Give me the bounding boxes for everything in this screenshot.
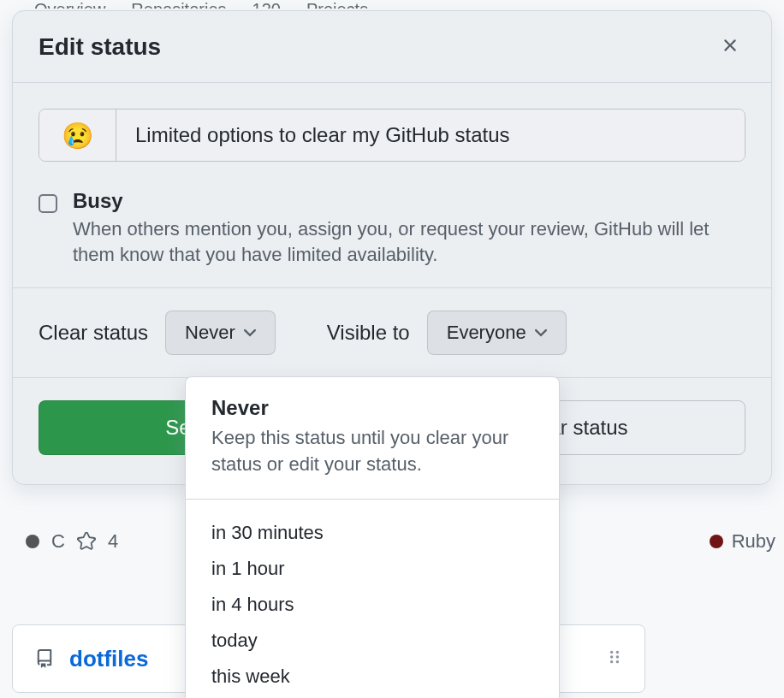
popover-selected-title: Never [211, 396, 533, 420]
modal-header: Edit status [13, 11, 771, 83]
popover-option-4hours[interactable]: in 4 hours [186, 587, 559, 623]
busy-description: When others mention you, assign you, or … [73, 216, 745, 267]
language-row-left: C 4 [26, 530, 118, 553]
clear-status-selected: Never [185, 322, 235, 344]
svg-point-0 [610, 651, 613, 654]
visible-to-label: Visible to [327, 321, 410, 345]
status-text-input[interactable] [116, 109, 745, 161]
popover-option-1hour[interactable]: in 1 hour [186, 551, 559, 587]
svg-point-4 [610, 660, 613, 663]
chevron-down-icon [244, 328, 256, 337]
language-dot-ruby [710, 535, 723, 548]
nav-repo-count: 120 [252, 0, 281, 9]
visible-to-selected: Everyone [447, 322, 526, 344]
nav-repositories: Repositories [131, 0, 226, 9]
repo-icon [35, 649, 54, 668]
star-count: 4 [108, 530, 118, 553]
popover-selected-desc: Keep this status until you clear your st… [211, 425, 533, 478]
status-input-row: 😢 [39, 109, 745, 162]
emoji-picker-button[interactable]: 😢 [39, 109, 116, 161]
close-button[interactable] [715, 30, 745, 63]
busy-label: Busy [73, 189, 745, 213]
busy-checkbox[interactable] [39, 194, 57, 213]
svg-point-1 [616, 651, 619, 654]
nav-projects: Projects [306, 0, 368, 9]
drag-handle-icon[interactable] [607, 649, 622, 668]
repo-name[interactable]: dotfiles [69, 646, 148, 672]
close-icon [720, 35, 740, 56]
popover-options-list: in 30 minutes in 1 hour in 4 hours today… [186, 500, 559, 698]
busy-row: Busy When others mention you, assign you… [39, 189, 745, 267]
modal-body: 😢 Busy When others mention you, assign y… [13, 83, 771, 288]
clear-status-popover: Never Keep this status until you clear y… [185, 376, 560, 698]
language-c-label: C [51, 530, 65, 553]
star-icon [77, 532, 96, 551]
language-row-right: Ruby [710, 530, 775, 553]
background-nav: Overview Repositories 120 Projects [0, 0, 784, 9]
nav-overview: Overview [34, 0, 105, 9]
svg-point-5 [616, 660, 619, 663]
clear-status-label: Clear status [39, 321, 148, 345]
popover-option-thisweek[interactable]: this week [186, 659, 559, 695]
svg-point-3 [616, 655, 619, 658]
popover-selected-item[interactable]: Never Keep this status until you clear y… [186, 377, 559, 500]
popover-option-today[interactable]: today [186, 623, 559, 659]
svg-point-2 [610, 655, 613, 658]
popover-option-30min[interactable]: in 30 minutes [186, 515, 559, 551]
clear-status-dropdown[interactable]: Never [165, 311, 276, 355]
visible-to-dropdown[interactable]: Everyone [427, 311, 567, 355]
chevron-down-icon [535, 328, 547, 337]
language-ruby-label: Ruby [732, 530, 775, 553]
language-dot-c [26, 535, 39, 548]
options-row: Clear status Never Visible to Everyone [13, 288, 771, 378]
modal-title: Edit status [39, 33, 161, 61]
